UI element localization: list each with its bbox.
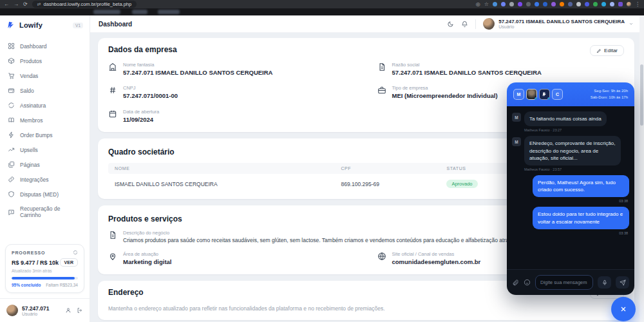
extension-icon[interactable] [560,2,564,6]
field-label: CNPJ [123,85,178,91]
chat-agent-avatars: M C [513,89,563,100]
page-title: Dashboard [99,21,132,28]
progress-bar [12,277,78,279]
version-badge: V1 [73,23,83,28]
attachment-paperclip-icon[interactable] [512,279,519,286]
progress-fill [12,277,75,279]
extensions-puzzle-icon[interactable] [618,2,623,6]
url-text: dashboard.lowify.com.br/profile_beta.php [44,1,132,7]
agent-avatar-lowify [539,89,550,100]
bookmark-star-icon[interactable]: ☆ [484,2,489,7]
forward-icon[interactable]: → [14,2,19,7]
pencil-icon [596,48,601,53]
field-label: Descrição do negócio [123,230,546,236]
col-cpf: CPF [341,166,446,171]
extension-icon[interactable] [585,2,589,6]
browser-profile-avatar[interactable] [627,2,631,6]
sidebar-item-dashboard[interactable]: Dashboard [0,39,90,53]
sidebar-item-saldo[interactable]: Saldo [0,83,90,98]
profile-icon[interactable] [65,307,71,314]
chat-message-input[interactable] [535,275,593,290]
extension-icon[interactable] [501,2,506,6]
sidebar-user-footer: 57.247.071 Usuário [0,298,90,322]
sidebar-item-label: Dashboard [20,43,47,50]
sidebar-item-label: Saldo [20,88,34,94]
field-label: Data de abertura [123,109,159,115]
scrollbar-thumb[interactable] [640,64,643,126]
col-nome: NOME [115,166,341,171]
emoji-smiley-icon[interactable] [524,279,531,286]
header-divider [475,19,476,29]
sidebar-item-recuperacao-carrinho[interactable]: Recuperação de Carrinho [0,202,90,222]
extension-icon[interactable] [551,2,556,6]
site-info-icon[interactable]: ⇄ [37,2,41,7]
cell-nome: ISMAEL DANILLO SANTOS CERQUEIRA [115,181,341,187]
extension-icon[interactable] [568,2,573,6]
theme-toggle-moon-icon[interactable] [447,21,454,28]
sidebar-item-paginas[interactable]: Páginas [0,157,90,172]
progress-ver-button[interactable]: VER [60,258,78,267]
online-dot [547,97,550,100]
extension-icon[interactable] [610,2,614,6]
chat-schedule: Seg-Sex: 9h às 20h Sáb-Dom: 10h às 17h [591,88,628,100]
progress-amount: R$ 9.477 / R$ 10k [12,260,59,266]
sidebar-item-vendas[interactable]: Vendas [0,68,90,83]
progress-title: PROGRESSO [12,251,45,255]
document-icon [377,62,386,71]
chat-close-button[interactable] [611,297,636,321]
bookmark-pill[interactable] [132,10,147,14]
message-meta: Matheus Fausto · 23:27 [524,128,629,132]
location-icon[interactable]: ◎ [476,2,480,7]
sidebar-item-assinatura[interactable]: Assinatura [0,98,90,113]
extension-icon[interactable] [526,2,531,6]
browser-menu-icon[interactable]: ⋮ [635,2,640,7]
company-edit-button[interactable]: Editar [590,45,624,56]
extension-icon[interactable] [543,2,547,6]
extension-icon[interactable] [593,2,598,6]
address-subtitle: Mantenha o endereço atualizado para refl… [108,305,624,312]
field-value: 57.247.071 ISMAEL DANILLO SANTOS CERQUEI… [123,69,272,77]
notifications-bell-icon[interactable] [461,21,468,28]
sidebar-item-integracoes[interactable]: Integrações [0,172,90,187]
sidebar: Lowify V1 Dashboard Produtos Vendas Sald… [0,15,90,322]
logout-icon[interactable] [77,307,83,314]
field-label: Área de atuação [123,251,171,257]
extension-icon[interactable] [535,2,539,6]
chevron-down-icon [629,21,634,26]
extension-icon[interactable] [601,2,606,6]
sidebar-item-disputas[interactable]: Disputas (MED) [0,187,90,202]
status-badge: Aprovado [446,180,477,188]
extension-icon[interactable] [576,2,581,6]
lightning-icon [8,131,15,138]
lowify-logo-icon [542,91,547,97]
extension-icon[interactable] [509,2,514,6]
page-scrollbar[interactable] [639,15,644,322]
refresh-icon[interactable]: ⟳ [23,2,28,7]
sidebar-item-produtos[interactable]: Produtos [0,53,90,68]
address-bar[interactable]: ⇄ dashboard.lowify.com.br/profile_beta.p… [32,1,137,8]
message-bubble: Ta faltando muitas coisas ainda [524,111,607,126]
bookmark-pill[interactable] [158,10,180,14]
sidebar-item-label: Vendas [20,73,38,79]
sidebar-item-label: Integrações [20,176,48,183]
field-value: comunidadesemgluten.com.br [392,258,481,266]
sidebar-item-order-bumps[interactable]: Order Bumps [0,128,90,142]
bookmark-pill[interactable] [93,10,120,14]
progress-refresh-icon[interactable] [73,250,78,255]
sidebar-item-membros[interactable]: Membros [0,113,90,128]
sender-avatar: M [512,137,521,146]
extension-icon[interactable] [518,2,522,6]
close-icon [620,305,627,313]
header-user-menu[interactable]: 57.247.071 ISMAEL DANILLO SANTOS CERQUEI… [483,18,634,30]
message-bubble-sent: Perdão, Matheus! Agora sim, tudo criado … [533,175,629,197]
send-icon[interactable] [616,276,629,289]
back-icon[interactable]: ← [4,2,9,7]
extension-icon[interactable] [493,2,497,6]
hash-icon [108,86,117,95]
partners-card-title: Quadro societário [108,147,175,156]
sidebar-item-upsells[interactable]: Upsells [0,142,90,157]
mic-icon[interactable] [598,276,611,289]
chat-header: M C Seg-Sex: 9h às 20h Sáb-Dom: 10h às 1… [507,82,634,106]
sidebar-item-label: Disputas (MED) [20,191,59,198]
cart-recovery-icon [8,209,15,216]
